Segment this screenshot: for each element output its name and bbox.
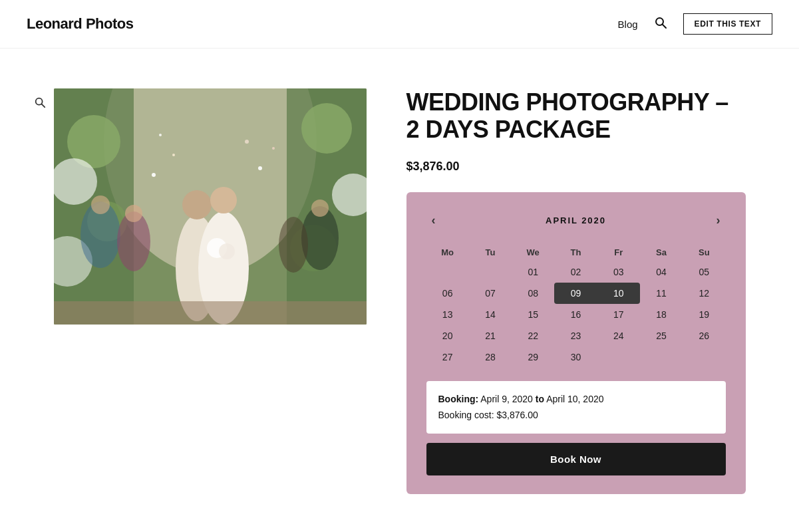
- calendar-week-row: 27282930: [426, 346, 726, 368]
- svg-point-18: [125, 205, 142, 222]
- calendar-prev-button[interactable]: ‹: [426, 211, 441, 230]
- calendar-day[interactable]: 21: [469, 325, 512, 346]
- calendar-day[interactable]: 08: [512, 283, 554, 304]
- calendar-day[interactable]: 04: [640, 261, 683, 283]
- main-content: WEDDING PHOTOGRAPHY – 2 DAYS PACKAGE $3,…: [1, 49, 799, 532]
- svg-point-28: [152, 173, 156, 177]
- calendar-day[interactable]: 19: [683, 304, 725, 325]
- weekday-sa: Sa: [640, 243, 683, 261]
- calendar-day[interactable]: 02: [554, 261, 597, 283]
- weekday-tu: Tu: [469, 243, 512, 261]
- calendar-day: [683, 346, 725, 368]
- svg-line-1: [663, 25, 666, 28]
- calendar-widget: ‹ APRIL 2020 › Mo Tu We Th Fr Sa Su: [406, 192, 746, 495]
- edit-text-button[interactable]: EDIT THIS TEXT: [683, 13, 772, 35]
- calendar-day[interactable]: 15: [512, 304, 554, 325]
- product-image: [54, 88, 367, 325]
- calendar-day[interactable]: 12: [683, 283, 725, 304]
- booking-start-date: April 9, 2020: [480, 394, 533, 404]
- svg-point-31: [272, 147, 275, 150]
- booking-end-date: April 10, 2020: [546, 394, 603, 404]
- calendar-day[interactable]: 22: [512, 325, 554, 346]
- calendar-day[interactable]: 01: [512, 261, 554, 283]
- weekday-we: We: [512, 243, 554, 261]
- calendar-next-button[interactable]: ›: [711, 211, 725, 230]
- calendar-day[interactable]: 17: [597, 304, 640, 325]
- calendar-day[interactable]: 18: [640, 304, 683, 325]
- product-title: WEDDING PHOTOGRAPHY – 2 DAYS PACKAGE: [406, 88, 746, 144]
- svg-point-33: [245, 140, 249, 144]
- svg-point-12: [301, 103, 352, 154]
- calendar-day[interactable]: 20: [426, 325, 469, 346]
- calendar-day: [469, 261, 512, 283]
- svg-point-27: [219, 243, 235, 259]
- svg-line-3: [41, 104, 44, 108]
- calendar-day[interactable]: 14: [469, 304, 512, 325]
- calendar-day[interactable]: 16: [554, 304, 597, 325]
- calendar-weekday-row: Mo Tu We Th Fr Sa Su: [426, 243, 726, 261]
- blog-link[interactable]: Blog: [618, 19, 638, 30]
- weekday-fr: Fr: [597, 243, 640, 261]
- svg-point-23: [182, 190, 212, 219]
- calendar-grid: Mo Tu We Th Fr Sa Su 0102030405060708091…: [426, 243, 726, 368]
- svg-point-16: [91, 196, 110, 214]
- svg-point-32: [159, 134, 162, 136]
- svg-rect-34: [54, 301, 367, 325]
- header-right: Blog EDIT THIS TEXT: [618, 13, 772, 35]
- svg-point-25: [210, 187, 237, 213]
- calendar-week-row: 13141516171819: [426, 304, 726, 325]
- calendar-day[interactable]: 26: [683, 325, 725, 346]
- calendar-day[interactable]: 10: [597, 283, 640, 304]
- product-price: $3,876.00: [406, 160, 746, 174]
- weekday-mo: Mo: [426, 243, 469, 261]
- calendar-week-row: 20212223242526: [426, 325, 726, 346]
- booking-to-word: to: [536, 394, 544, 404]
- booking-info-box: Booking: April 9, 2020 to April 10, 2020…: [426, 381, 726, 434]
- book-now-button[interactable]: Book Now: [426, 443, 726, 475]
- booking-label: Booking:: [438, 394, 479, 404]
- calendar-day[interactable]: 30: [554, 346, 597, 368]
- site-logo: Leonard Photos: [27, 15, 133, 33]
- search-icon[interactable]: [654, 16, 667, 33]
- calendar-day[interactable]: 03: [597, 261, 640, 283]
- calendar-day[interactable]: 29: [512, 346, 554, 368]
- svg-point-30: [258, 166, 262, 170]
- calendar-month-label: APRIL 2020: [546, 215, 606, 225]
- booking-dates-line: Booking: April 9, 2020 to April 10, 2020: [438, 392, 714, 408]
- product-image-section: [54, 88, 367, 494]
- calendar-header: ‹ APRIL 2020 ›: [426, 211, 726, 230]
- weekday-su: Su: [683, 243, 725, 261]
- calendar-day[interactable]: 27: [426, 346, 469, 368]
- calendar-day[interactable]: 06: [426, 283, 469, 304]
- calendar-day[interactable]: 28: [469, 346, 512, 368]
- calendar-week-row: 0102030405: [426, 261, 726, 283]
- calendar-day[interactable]: 07: [469, 283, 512, 304]
- calendar-day[interactable]: 25: [640, 325, 683, 346]
- calendar-day[interactable]: 24: [597, 325, 640, 346]
- image-search-icon[interactable]: [34, 96, 46, 112]
- calendar-day: [640, 346, 683, 368]
- calendar-day[interactable]: 11: [640, 283, 683, 304]
- product-info-section: WEDDING PHOTOGRAPHY – 2 DAYS PACKAGE $3,…: [406, 88, 746, 494]
- calendar-day[interactable]: 09: [554, 283, 597, 304]
- calendar-day: [426, 261, 469, 283]
- header: Leonard Photos Blog EDIT THIS TEXT: [0, 0, 799, 49]
- svg-point-20: [311, 200, 329, 217]
- svg-point-29: [172, 154, 175, 156]
- weekday-th: Th: [554, 243, 597, 261]
- calendar-day[interactable]: 23: [554, 325, 597, 346]
- calendar-day[interactable]: 05: [683, 261, 725, 283]
- svg-point-21: [279, 217, 308, 273]
- booking-cost-line: Booking cost: $3,876.00: [438, 408, 714, 424]
- calendar-week-row: 06070809101112: [426, 283, 726, 304]
- calendar-day: [597, 346, 640, 368]
- calendar-day[interactable]: 13: [426, 304, 469, 325]
